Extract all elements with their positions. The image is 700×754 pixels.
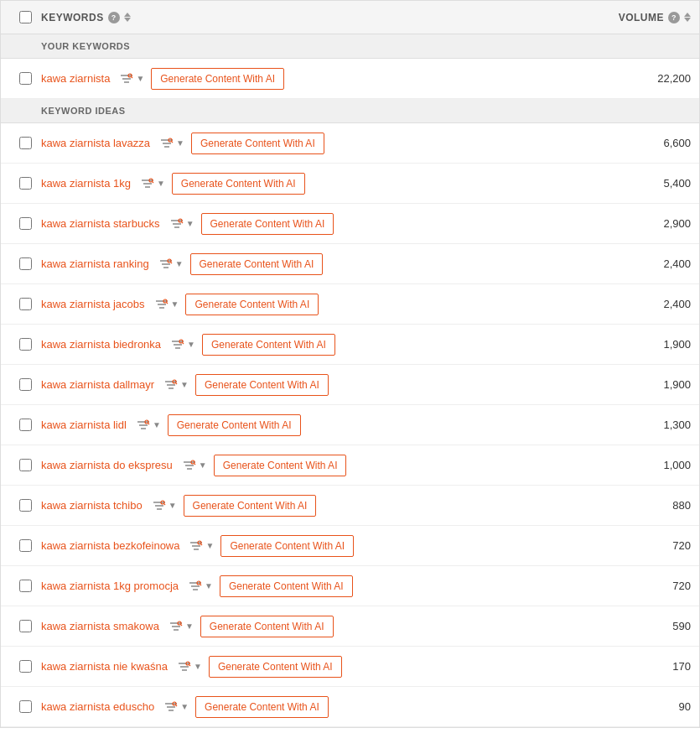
keyword-link[interactable]: kawa ziarnista jacobs [41,298,145,310]
keyword-link[interactable]: kawa ziarnista tchibo [41,499,143,512]
volume-info-icon[interactable]: ? [668,12,680,23]
sort-up-icon[interactable] [124,13,131,17]
filter-search-icon[interactable] [155,299,169,310]
row-checkbox[interactable] [19,298,32,310]
filter-search-icon[interactable] [164,701,178,713]
volume-sort-down-icon[interactable] [684,18,691,22]
table-row: kawa ziarnista nie kwaśna ▼ Generate Con… [1,647,699,687]
row-checkbox[interactable] [19,257,32,270]
filter-search-icon[interactable] [170,218,184,230]
row-volume: 1,000 [582,459,691,471]
generate-content-button[interactable]: Generate Content With AI [220,535,354,557]
generate-content-button[interactable]: Generate Content With AI [195,374,329,396]
svg-line-59 [201,543,203,545]
volume-sort-arrows[interactable] [684,13,691,22]
generate-content-button[interactable]: Generate Content With AI [202,334,335,356]
keyword-link[interactable]: kawa ziarnista dallmayr [41,378,154,391]
chevron-down-icon[interactable]: ▼ [176,138,184,148]
row-checkbox[interactable] [19,177,32,190]
row-checkbox[interactable] [19,660,32,673]
chevron-down-icon[interactable]: ▼ [180,380,189,389]
chevron-down-icon[interactable]: ▼ [157,179,165,188]
chevron-down-icon[interactable]: ▼ [205,581,213,590]
filter-search-icon[interactable] [164,379,178,391]
generate-content-button[interactable]: Generate Content With AI [214,455,347,476]
svg-line-69 [180,624,182,626]
filter-search-icon[interactable] [189,580,202,592]
keywords-info-icon[interactable]: ? [108,12,120,23]
filter-search-icon[interactable] [171,339,184,351]
generate-content-button[interactable]: Generate Content With AI [190,253,324,275]
volume-sort-up-icon[interactable] [684,13,691,17]
row-checkbox[interactable] [19,580,32,592]
chevron-down-icon[interactable]: ▼ [205,541,214,550]
filter-search-icon[interactable] [141,178,154,190]
keyword-link[interactable]: kawa ziarnista bezkofeinowa [41,539,179,552]
row-checkbox[interactable] [19,217,32,230]
generate-content-button[interactable]: Generate Content With AI [220,575,353,597]
keyword-link[interactable]: kawa ziarnista nie kwaśna [41,660,168,673]
row-checkbox[interactable] [19,72,32,85]
row-checkbox[interactable] [19,459,32,471]
row-checkbox[interactable] [19,499,32,512]
keyword-link[interactable]: kawa ziarnista [41,72,110,85]
filter-search-icon[interactable] [189,540,203,552]
sort-down-icon[interactable] [124,18,131,22]
generate-content-button[interactable]: Generate Content With AI [185,294,319,315]
keyword-link[interactable]: kawa ziarnista starbucks [41,217,160,230]
filter-search-icon[interactable] [169,621,183,632]
row-keyword-col: kawa ziarnista bezkofeinowa ▼ Generate C… [41,535,582,557]
keyword-link[interactable]: kawa ziarnista eduscho [41,700,154,713]
generate-content-button[interactable]: Generate Content With AI [168,414,301,436]
filter-search-icon[interactable] [159,258,173,270]
row-checkbox[interactable] [19,419,32,431]
chevron-down-icon[interactable]: ▼ [199,460,207,470]
generate-content-button[interactable]: Generate Content With AI [201,213,334,235]
select-all-checkbox[interactable] [19,11,32,23]
filter-search-icon[interactable] [178,661,191,673]
generate-content-button[interactable]: Generate Content With AI [172,173,305,195]
table-row: kawa ziarnista dallmayr ▼ Generate Conte… [1,365,699,405]
row-checkbox[interactable] [19,338,32,351]
keyword-link[interactable]: kawa ziarnista lidl [41,419,127,431]
chevron-down-icon[interactable]: ▼ [180,702,189,711]
chevron-down-icon[interactable]: ▼ [194,662,202,671]
chevron-down-icon[interactable]: ▼ [185,621,194,631]
filter-search-icon[interactable] [153,500,166,512]
keyword-link[interactable]: kawa ziarnista biedronka [41,338,161,351]
chevron-down-icon[interactable]: ▼ [187,340,195,349]
volume-number: 22,200 [657,72,691,85]
row-checkbox[interactable] [19,539,32,552]
row-checkbox-col [9,620,41,632]
generate-content-button[interactable]: Generate Content With AI [200,616,334,637]
keyword-link[interactable]: kawa ziarnista smakowa [41,620,159,632]
keyword-link[interactable]: kawa ziarnista 1kg [41,177,131,190]
row-checkbox[interactable] [19,620,32,632]
chevron-down-icon[interactable]: ▼ [175,259,184,268]
row-checkbox[interactable] [19,378,32,391]
keyword-link[interactable]: kawa ziarnista lavazza [41,137,150,149]
row-checkbox-col [9,539,41,552]
keyword-link[interactable]: kawa ziarnista 1kg promocja [41,580,179,592]
generate-content-button[interactable]: Generate Content With AI [209,656,342,678]
chevron-down-icon[interactable]: ▼ [169,501,177,510]
row-checkbox[interactable] [19,137,32,149]
chevron-down-icon[interactable]: ▼ [186,219,194,228]
generate-content-button[interactable]: Generate Content With AI [151,68,284,90]
row-keyword-col: kawa ziarnista eduscho ▼ Generate Conten… [41,696,582,718]
filter-search-icon[interactable] [160,138,174,149]
row-checkbox[interactable] [19,700,32,713]
keywords-sort-arrows[interactable] [124,13,131,22]
filter-search-icon[interactable] [120,73,133,85]
keyword-link[interactable]: kawa ziarnista do ekspresu [41,459,173,471]
generate-content-button[interactable]: Generate Content With AI [195,696,329,718]
chevron-down-icon[interactable]: ▼ [136,74,144,83]
filter-search-icon[interactable] [137,419,150,431]
keyword-link[interactable]: kawa ziarnista ranking [41,257,149,270]
generate-content-button[interactable]: Generate Content With AI [184,495,317,517]
chevron-down-icon[interactable]: ▼ [171,299,179,309]
filter-search-icon[interactable] [183,460,196,471]
chevron-down-icon[interactable]: ▼ [153,420,161,429]
row-volume: 590 [582,620,691,632]
generate-content-button[interactable]: Generate Content With AI [191,133,324,154]
